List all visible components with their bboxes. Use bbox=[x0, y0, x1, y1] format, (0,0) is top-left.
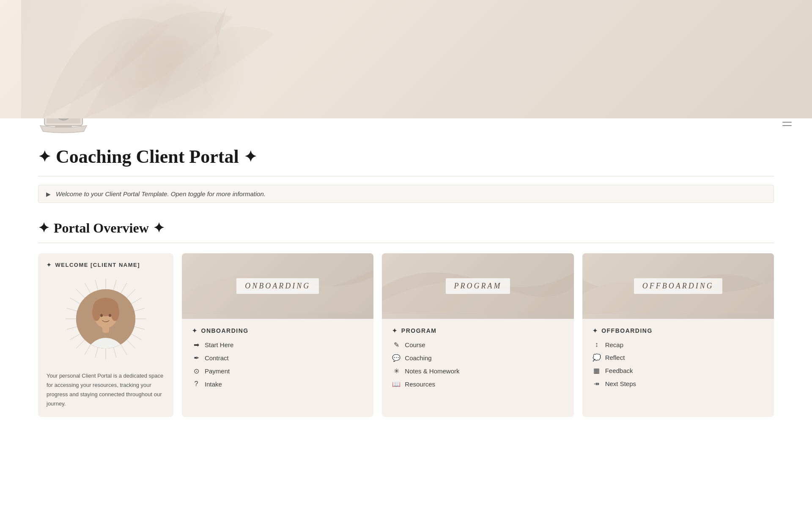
title-sparkle-right: ✦ bbox=[244, 148, 257, 166]
reflect-icon: 💭 bbox=[593, 354, 601, 362]
program-label: PROGRAM bbox=[401, 327, 437, 334]
onboarding-items: ➡ Start Here ✒ Contract ⊙ Payment ? Inta… bbox=[192, 341, 363, 388]
section-sparkle-left: ✦ bbox=[38, 220, 49, 236]
title-divider bbox=[38, 176, 774, 176]
svg-rect-4 bbox=[55, 126, 72, 128]
reflect-label: Reflect bbox=[605, 354, 625, 361]
recap-label: Recap bbox=[605, 341, 623, 348]
onboarding-label: ONBOARDING bbox=[201, 327, 249, 334]
program-card: PROGRAM ✦ PROGRAM ✎ Course 💬 Coaching bbox=[382, 253, 573, 417]
welcome-title: WELCOME [CLIENT NAME] bbox=[55, 262, 140, 268]
offboarding-item-recap[interactable]: ↕ Recap bbox=[593, 341, 764, 348]
offboarding-card-title: ✦ OFFBOARDING bbox=[593, 327, 764, 334]
portal-grid: ✦ WELCOME [CLIENT NAME] bbox=[38, 253, 774, 417]
onboarding-card-image[interactable]: ONBOARDING bbox=[182, 253, 373, 319]
course-icon: ✎ bbox=[392, 341, 401, 349]
program-item-coaching[interactable]: 💬 Coaching bbox=[392, 354, 563, 362]
welcome-header: ✦ WELCOME [CLIENT NAME] bbox=[47, 262, 140, 268]
onboarding-card-title: ✦ ONBOARDING bbox=[192, 327, 363, 334]
top-right-controls bbox=[782, 122, 792, 126]
main-content: ✦ Coaching Client Portal ✦ ▶ Welcome to … bbox=[0, 95, 812, 442]
contract-icon: ✒ bbox=[192, 354, 200, 362]
section-title: ✦ Portal Overview ✦ bbox=[38, 220, 774, 236]
offboarding-card: OFFBOARDING ✦ OFFBOARDING ↕ Recap 💭 Refl… bbox=[582, 253, 774, 417]
recap-icon: ↕ bbox=[593, 341, 601, 348]
program-item-resources[interactable]: 📖 Resources bbox=[392, 380, 563, 388]
program-item-notes[interactable]: ✳ Notes & Homework bbox=[392, 367, 563, 375]
svg-point-35 bbox=[111, 304, 119, 321]
hero-svg-decoration bbox=[0, 0, 381, 118]
welcome-description: Your personal Client Portal is a dedicat… bbox=[47, 371, 165, 408]
onboarding-item-intake[interactable]: ? Intake bbox=[192, 380, 363, 388]
person-svg bbox=[76, 289, 135, 348]
course-label: Course bbox=[405, 341, 425, 348]
onboarding-card-body: ✦ ONBOARDING ➡ Start Here ✒ Contract ⊙ P… bbox=[182, 319, 373, 396]
payment-label: Payment bbox=[205, 367, 230, 375]
intake-label: Intake bbox=[205, 381, 222, 388]
title-text: Coaching Client Portal bbox=[56, 146, 239, 167]
onboarding-image-text: ONBOARDING bbox=[236, 278, 319, 294]
toggle-text: Welcome to your Client Portal Template. … bbox=[56, 190, 266, 197]
coaching-label: Coaching bbox=[405, 354, 431, 362]
resources-label: Resources bbox=[405, 381, 435, 388]
next-steps-label: Next Steps bbox=[605, 380, 636, 387]
toggle-arrow: ▶ bbox=[46, 191, 51, 197]
control-line-2 bbox=[782, 125, 792, 126]
svg-point-36 bbox=[100, 314, 103, 317]
start-here-label: Start Here bbox=[205, 341, 233, 348]
avatar bbox=[76, 289, 135, 348]
coaching-icon: 💬 bbox=[392, 354, 401, 362]
payment-icon: ⊙ bbox=[192, 367, 200, 375]
program-card-image[interactable]: PROGRAM bbox=[382, 253, 573, 319]
offboarding-item-feedback[interactable]: ▦ Feedback bbox=[593, 367, 764, 375]
program-card-title: ✦ PROGRAM bbox=[392, 327, 563, 334]
program-card-body: ✦ PROGRAM ✎ Course 💬 Coaching ✳ Notes & … bbox=[382, 319, 573, 397]
offboarding-item-reflect[interactable]: 💭 Reflect bbox=[593, 354, 764, 362]
section-title-text: Portal Overview bbox=[54, 220, 149, 236]
contract-label: Contract bbox=[205, 354, 229, 362]
avatar-container bbox=[63, 277, 148, 361]
offboarding-card-body: ✦ OFFBOARDING ↕ Recap 💭 Reflect ▦ Feedba… bbox=[582, 319, 774, 396]
notes-icon: ✳ bbox=[392, 367, 401, 375]
onboarding-item-contract[interactable]: ✒ Contract bbox=[192, 354, 363, 362]
offboarding-image-text: OFFBOARDING bbox=[634, 278, 722, 294]
onboarding-item-payment[interactable]: ⊙ Payment bbox=[192, 367, 363, 375]
offboarding-item-next-steps[interactable]: ↠ Next Steps bbox=[593, 380, 764, 388]
section-divider bbox=[38, 243, 774, 243]
next-steps-icon: ↠ bbox=[593, 380, 601, 388]
program-items: ✎ Course 💬 Coaching ✳ Notes & Homework 📖… bbox=[392, 341, 563, 388]
program-sparkle: ✦ bbox=[392, 327, 398, 334]
control-line-1 bbox=[782, 122, 792, 123]
page-title: ✦ Coaching Client Portal ✦ bbox=[38, 146, 774, 167]
welcome-card: ✦ WELCOME [CLIENT NAME] bbox=[38, 253, 173, 417]
section-sparkle-right: ✦ bbox=[153, 220, 165, 236]
onboarding-item-start-here[interactable]: ➡ Start Here bbox=[192, 341, 363, 349]
offboarding-label: OFFBOARDING bbox=[601, 327, 653, 334]
intake-icon: ? bbox=[192, 380, 200, 388]
program-item-course[interactable]: ✎ Course bbox=[392, 341, 563, 349]
welcome-sparkle: ✦ bbox=[47, 262, 52, 268]
feedback-label: Feedback bbox=[605, 367, 633, 374]
program-image-text: PROGRAM bbox=[446, 278, 510, 294]
onboarding-card: ONBOARDING ✦ ONBOARDING ➡ Start Here ✒ C… bbox=[182, 253, 373, 417]
resources-icon: 📖 bbox=[392, 380, 401, 388]
svg-point-34 bbox=[92, 304, 101, 321]
start-here-icon: ➡ bbox=[192, 341, 200, 349]
offboarding-sparkle: ✦ bbox=[593, 327, 598, 334]
title-sparkle-left: ✦ bbox=[38, 148, 51, 166]
offboarding-card-image[interactable]: OFFBOARDING bbox=[582, 253, 774, 319]
offboarding-items: ↕ Recap 💭 Reflect ▦ Feedback ↠ Next Step… bbox=[593, 341, 764, 388]
svg-point-37 bbox=[109, 314, 111, 317]
welcome-toggle[interactable]: ▶ Welcome to your Client Portal Template… bbox=[38, 185, 774, 203]
feedback-icon: ▦ bbox=[593, 367, 601, 375]
notes-label: Notes & Homework bbox=[405, 367, 459, 375]
hero-banner bbox=[0, 0, 812, 118]
onboarding-sparkle: ✦ bbox=[192, 327, 198, 334]
